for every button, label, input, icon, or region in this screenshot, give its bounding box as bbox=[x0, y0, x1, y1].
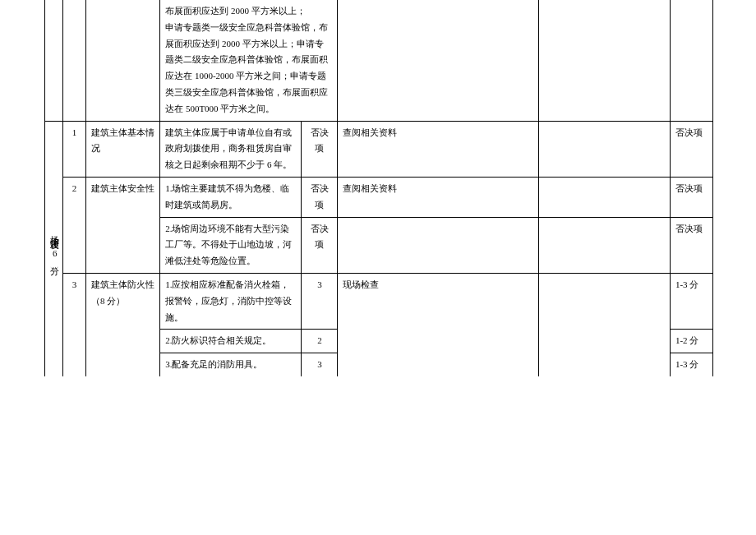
num-cell: 2 bbox=[63, 177, 86, 273]
desc-cell: 布展面积应达到 2000 平方米以上； 申请专题类一级安全应急科普体验馆，布展面… bbox=[160, 0, 338, 121]
blank-cell bbox=[538, 0, 670, 121]
score-cell: 否决项 bbox=[302, 177, 338, 217]
method-cell: 查阅相关资料 bbox=[338, 177, 538, 217]
section-col: 场馆建设（16分） bbox=[45, 121, 63, 376]
num-cell: 1 bbox=[63, 121, 86, 177]
method-cell bbox=[338, 217, 538, 273]
desc-cell: 建筑主体应属于申请单位自有或政府划拨使用，商务租赁房自审核之日起剩余租期不少于 … bbox=[160, 121, 302, 177]
table-row: 布展面积应达到 2000 平方米以上； 申请专题类一级安全应急科普体验馆，布展面… bbox=[45, 0, 713, 121]
num-cell bbox=[63, 0, 86, 121]
method-cell: 查阅相关资料 bbox=[338, 121, 538, 177]
name-cell: 建筑主体安全性 bbox=[86, 177, 160, 273]
score-cell: 否决项 bbox=[302, 121, 338, 177]
note-cell: 1-3 分 bbox=[670, 353, 712, 376]
name-cell: 建筑主体防火性（8 分） bbox=[86, 273, 160, 376]
note-cell: 1-2 分 bbox=[670, 330, 712, 353]
name-cell bbox=[86, 0, 160, 121]
note-cell: 否决项 bbox=[670, 217, 712, 273]
table-row: 3 建筑主体防火性（8 分） 1.应按相应标准配备消火栓箱，报警铃，应急灯，消防… bbox=[45, 273, 713, 329]
blank-cell bbox=[538, 273, 670, 376]
section-label: 场馆建设（16分） bbox=[46, 228, 62, 263]
note-cell bbox=[670, 0, 712, 121]
desc-cell: 1.场馆主要建筑不得为危楼、临时建筑或简易房。 bbox=[160, 177, 302, 217]
name-cell: 建筑主体基本情况 bbox=[86, 121, 160, 177]
num-cell: 3 bbox=[63, 273, 86, 376]
blank-cell bbox=[538, 217, 670, 273]
method-cell bbox=[338, 0, 538, 121]
desc-cell: 2.场馆周边环境不能有大型污染工厂等。不得处于山地边坡，河滩低洼处等危险位置。 bbox=[160, 217, 302, 273]
note-cell: 1-3 分 bbox=[670, 273, 712, 329]
note-cell: 否决项 bbox=[670, 177, 712, 217]
table-row: 2 建筑主体安全性 1.场馆主要建筑不得为危楼、临时建筑或简易房。 否决项 查阅… bbox=[45, 177, 713, 217]
score-cell: 否决项 bbox=[302, 217, 338, 273]
score-cell: 2 bbox=[302, 330, 338, 353]
blank-cell bbox=[538, 177, 670, 217]
score-cell: 3 bbox=[302, 353, 338, 376]
blank-cell bbox=[538, 121, 670, 177]
section-col-prev bbox=[45, 0, 63, 121]
evaluation-table: 布展面积应达到 2000 平方米以上； 申请专题类一级安全应急科普体验馆，布展面… bbox=[44, 0, 713, 376]
score-cell: 3 bbox=[302, 273, 338, 329]
note-cell: 否决项 bbox=[670, 121, 712, 177]
desc-cell: 1.应按相应标准配备消火栓箱，报警铃，应急灯，消防中控等设施。 bbox=[160, 273, 302, 329]
desc-cell: 2.防火标识符合相关规定。 bbox=[160, 330, 302, 353]
table-row: 场馆建设（16分） 1 建筑主体基本情况 建筑主体应属于申请单位自有或政府划拨使… bbox=[45, 121, 713, 177]
desc-cell: 3.配备充足的消防用具。 bbox=[160, 353, 302, 376]
method-cell: 现场检查 bbox=[338, 273, 538, 376]
